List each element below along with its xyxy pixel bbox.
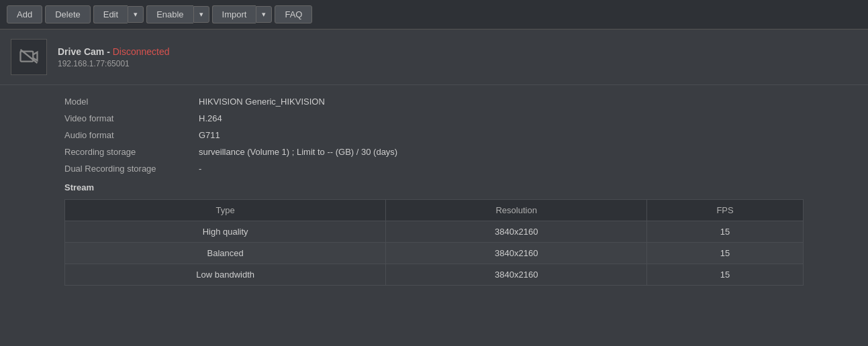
stream-table: Type Resolution FPS High quality3840x216… (64, 199, 804, 286)
video-format-label: Video format (64, 113, 199, 123)
col-type: Type (65, 200, 386, 221)
content-area: Drive Cam - Disconnected 192.168.1.77:65… (0, 30, 868, 294)
stream-cell-fps: 15 (647, 221, 804, 243)
camera-header: Drive Cam - Disconnected 192.168.1.77:65… (0, 30, 868, 85)
camera-icon-box (11, 39, 47, 75)
video-format-value: H.264 (199, 113, 222, 123)
audio-format-row: Audio format G711 (64, 127, 804, 143)
camera-separator: - (107, 46, 113, 57)
camera-off-icon (19, 46, 39, 68)
dual-recording-storage-value: - (199, 164, 201, 174)
import-dropdown-button[interactable]: ▾ (256, 6, 272, 23)
enable-main-button[interactable]: Enable (146, 5, 193, 23)
dual-recording-storage-row: Dual Recording storage - (64, 160, 804, 177)
audio-format-label: Audio format (64, 130, 199, 140)
col-resolution: Resolution (386, 200, 647, 221)
import-split-button: Import ▾ (212, 5, 273, 23)
enable-split-button: Enable ▾ (146, 5, 209, 23)
camera-ip: 192.168.1.77:65001 (58, 59, 170, 68)
dual-recording-storage-label: Dual Recording storage (64, 164, 199, 174)
stream-cell-resolution: 3840x2160 (386, 264, 647, 286)
camera-status: Disconnected (113, 46, 170, 57)
detail-section: Model HIKVISION Generic_HIKVISION Video … (0, 85, 868, 294)
faq-button[interactable]: FAQ (275, 5, 312, 23)
stream-cell-type: High quality (65, 221, 386, 243)
col-fps: FPS (647, 200, 804, 221)
camera-name: Drive Cam (58, 46, 104, 57)
enable-dropdown-button[interactable]: ▾ (193, 6, 209, 23)
stream-cell-resolution: 3840x2160 (386, 243, 647, 264)
recording-storage-row: Recording storage surveillance (Volume 1… (64, 143, 804, 160)
camera-info: Drive Cam - Disconnected 192.168.1.77:65… (58, 46, 170, 68)
stream-cell-fps: 15 (647, 264, 804, 286)
recording-storage-value: surveillance (Volume 1) ; Limit to -- (G… (199, 147, 397, 157)
stream-heading: Stream (64, 177, 804, 196)
model-label: Model (64, 97, 199, 107)
stream-cell-fps: 15 (647, 243, 804, 264)
svg-rect-0 (21, 51, 34, 61)
recording-storage-label: Recording storage (64, 147, 199, 157)
audio-format-value: G711 (199, 130, 220, 140)
stream-cell-type: Low bandwidth (65, 264, 386, 286)
stream-table-row: Low bandwidth3840x216015 (65, 264, 804, 286)
model-row: Model HIKVISION Generic_HIKVISION (64, 93, 804, 110)
stream-cell-resolution: 3840x2160 (386, 221, 647, 243)
stream-table-header-row: Type Resolution FPS (65, 200, 804, 221)
edit-split-button: Edit ▾ (93, 5, 144, 23)
edit-main-button[interactable]: Edit (93, 5, 128, 23)
import-main-button[interactable]: Import (212, 5, 256, 23)
stream-cell-type: Balanced (65, 243, 386, 264)
video-format-row: Video format H.264 (64, 110, 804, 127)
toolbar: Add Delete Edit ▾ Enable ▾ Import ▾ FAQ (0, 0, 868, 30)
add-button[interactable]: Add (7, 5, 42, 23)
camera-title: Drive Cam - Disconnected (58, 46, 170, 57)
model-value: HIKVISION Generic_HIKVISION (199, 97, 325, 107)
delete-button[interactable]: Delete (45, 5, 91, 23)
edit-dropdown-button[interactable]: ▾ (128, 6, 144, 23)
stream-table-row: Balanced3840x216015 (65, 243, 804, 264)
stream-table-row: High quality3840x216015 (65, 221, 804, 243)
